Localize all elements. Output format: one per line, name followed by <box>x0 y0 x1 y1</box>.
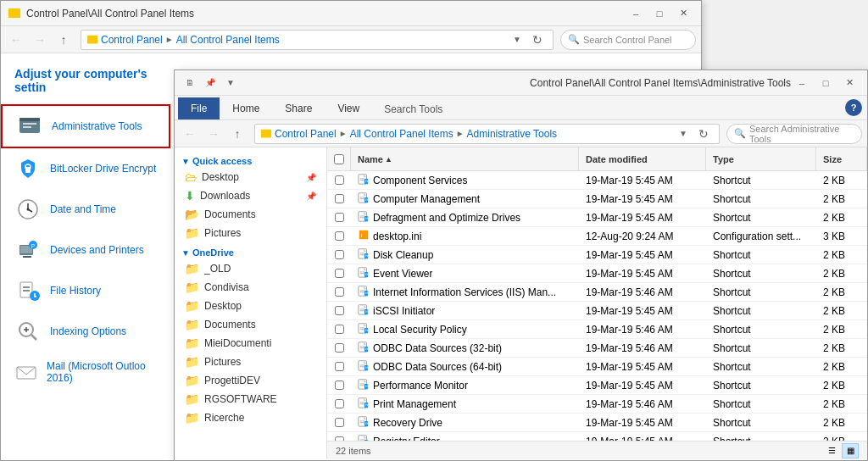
front-minimize[interactable]: – <box>791 75 813 92</box>
table-row[interactable]: I desktop.ini 12-Aug-20 9:24 AM Configur… <box>327 227 867 246</box>
sidebar-item-od-documents[interactable]: 📁 Documents <box>175 315 326 334</box>
row-check[interactable] <box>327 287 351 297</box>
mail-item[interactable]: Mail (Microsoft Outloo 2016) <box>1 352 170 392</box>
front-close[interactable]: ✕ <box>838 75 860 92</box>
table-row[interactable]: lnk Local Security Policy 19-Mar-19 5:46… <box>327 320 867 339</box>
col-type-header[interactable]: Type <box>706 147 816 170</box>
row-check[interactable] <box>327 213 351 222</box>
help-button[interactable]: ? <box>845 99 862 116</box>
toolbar-new-btn[interactable]: 🗎 <box>181 75 198 92</box>
large-icons-btn[interactable]: ▦ <box>842 443 859 458</box>
tab-view[interactable]: View <box>325 97 372 119</box>
toolbar-down-btn[interactable]: ▼ <box>222 75 239 92</box>
back-search-box[interactable]: 🔍 Search Control Panel <box>560 30 696 50</box>
file-icon: I <box>358 229 370 243</box>
table-row[interactable]: lnk Recovery Drive 19-Mar-19 5:45 AM Sho… <box>327 414 867 432</box>
tab-share[interactable]: Share <box>272 97 325 119</box>
back-window-maximize[interactable]: □ <box>648 5 670 22</box>
back-window-minimize[interactable]: – <box>625 5 647 22</box>
front-refresh-btn[interactable]: ↻ <box>693 124 714 144</box>
row-check[interactable] <box>327 269 351 278</box>
row-type: Shortcut <box>706 342 816 354</box>
back-window-close[interactable]: ✕ <box>672 5 694 22</box>
front-dropdown-btn[interactable]: ▼ <box>673 124 693 144</box>
row-check[interactable] <box>327 362 351 371</box>
bitlocker-item[interactable]: BitLocker Drive Encrypt <box>1 148 170 189</box>
file-list-area: Name ▲ Date modified Type Size lnk Compo… <box>327 147 867 459</box>
col-check-header[interactable] <box>327 147 351 170</box>
col-name-header[interactable]: Name ▲ <box>351 147 579 170</box>
tab-file[interactable]: File <box>178 97 220 119</box>
sidebar-od-desktop-label: Desktop <box>204 300 242 312</box>
table-row[interactable]: lnk Print Management 19-Mar-19 5:46 AM S… <box>327 395 867 414</box>
front-address-bar[interactable]: Control Panel ► All Control Panel Items … <box>254 124 720 144</box>
front-back-btn[interactable]: ← <box>180 124 200 144</box>
forward-btn[interactable]: → <box>30 30 50 50</box>
search-tools-tab[interactable]: Search Tools <box>372 99 454 119</box>
front-title: Control Panel\All Control Panel Items\Ad… <box>530 77 791 89</box>
select-all-checkbox[interactable] <box>334 154 344 164</box>
front-up-btn[interactable]: ↑ <box>227 124 248 144</box>
front-maximize[interactable]: □ <box>815 75 837 92</box>
devices-item[interactable]: P Devices and Printers <box>1 230 170 270</box>
table-row[interactable]: lnk Component Services 19-Mar-19 5:45 AM… <box>327 171 867 190</box>
front-search-box[interactable]: 🔍 Search Administrative Tools <box>726 124 862 144</box>
table-row[interactable]: lnk Event Viewer 19-Mar-19 5:45 AM Short… <box>327 264 867 283</box>
table-row[interactable]: lnk Performance Monitor 19-Mar-19 5:45 A… <box>327 376 867 395</box>
tab-home[interactable]: Home <box>220 97 272 119</box>
filehistory-item[interactable]: File History <box>1 270 170 311</box>
sidebar-item-old[interactable]: 📁 _OLD <box>175 259 326 278</box>
sidebar-item-rg[interactable]: 📁 RGSOFTWARE <box>175 390 326 408</box>
indexing-item[interactable]: Indexing Options <box>1 311 170 352</box>
table-row[interactable]: lnk iSCSI Initiator 19-Mar-19 5:45 AM Sh… <box>327 302 867 320</box>
up-btn[interactable]: ↑ <box>53 30 74 50</box>
file-icon: lnk <box>358 359 370 374</box>
col-date-header[interactable]: Date modified <box>579 147 706 170</box>
table-row[interactable]: lnk Computer Management 19-Mar-19 5:45 A… <box>327 190 867 208</box>
desktop-icon: 🗁 <box>185 170 197 184</box>
sidebar-item-desktop[interactable]: 🗁 Desktop 📌 <box>175 168 326 186</box>
row-check[interactable] <box>327 343 351 353</box>
table-row[interactable]: lnk Defragment and Optimize Drives 19-Ma… <box>327 208 867 227</box>
admin-tools-item[interactable]: Administrative Tools <box>1 104 170 148</box>
sidebar-item-progetti[interactable]: 📁 ProgettiDEV <box>175 371 326 390</box>
row-check[interactable] <box>327 380 351 390</box>
table-row[interactable]: lnk Registry Editor 19-Mar-19 5:45 AM Sh… <box>327 432 867 441</box>
row-check[interactable] <box>327 325 351 334</box>
row-check[interactable] <box>327 399 351 408</box>
onedrive-section[interactable]: ▼ OneDrive <box>175 242 326 259</box>
row-check[interactable] <box>327 231 351 241</box>
details-view-btn[interactable]: ☰ <box>823 443 840 458</box>
sidebar-item-miei[interactable]: 📁 MieiDocumenti <box>175 334 326 353</box>
front-breadcrumb: Control Panel ► All Control Panel Items … <box>260 128 557 140</box>
row-check[interactable] <box>327 194 351 203</box>
sidebar-item-od-desktop[interactable]: 📁 Desktop <box>175 297 326 315</box>
table-row[interactable]: lnk Disk Cleanup 19-Mar-19 5:45 AM Short… <box>327 246 867 264</box>
toolbar-pin-btn[interactable]: 📌 <box>202 75 219 92</box>
row-size: 2 KB <box>816 361 867 373</box>
sidebar-item-ricerche[interactable]: 📁 Ricerche <box>175 408 326 427</box>
row-check[interactable] <box>327 175 351 185</box>
row-check[interactable] <box>327 418 351 427</box>
back-btn[interactable]: ← <box>6 30 26 50</box>
svg-text:P: P <box>31 243 36 249</box>
dropdown-btn[interactable]: ▼ <box>507 30 527 50</box>
front-forward-btn[interactable]: → <box>203 124 224 144</box>
row-date: 19-Mar-19 5:46 AM <box>579 342 706 354</box>
row-check[interactable] <box>327 250 351 259</box>
table-row[interactable]: lnk Internet Information Services (IIS) … <box>327 283 867 302</box>
sidebar-item-od-pictures[interactable]: 📁 Pictures <box>175 353 326 371</box>
col-size-header[interactable]: Size <box>816 147 867 170</box>
sidebar-item-documents[interactable]: 📂 Documents <box>175 205 326 224</box>
table-row[interactable]: lnk ODBC Data Sources (32-bit) 19-Mar-19… <box>327 339 867 358</box>
table-row[interactable]: lnk ODBC Data Sources (64-bit) 19-Mar-19… <box>327 358 867 376</box>
svg-rect-5 <box>23 123 36 125</box>
quick-access-section[interactable]: ▼ Quick access <box>175 151 326 168</box>
datetime-item[interactable]: Date and Time <box>1 189 170 230</box>
row-check[interactable] <box>327 306 351 315</box>
refresh-btn[interactable]: ↻ <box>527 30 548 50</box>
back-address-bar[interactable]: Control Panel ► All Control Panel Items … <box>81 30 554 50</box>
sidebar-item-downloads[interactable]: ⬇ Downloads 📌 <box>175 186 326 205</box>
sidebar-item-condivisa[interactable]: 📁 Condivisa <box>175 278 326 297</box>
sidebar-item-pictures[interactable]: 📁 Pictures <box>175 224 326 242</box>
